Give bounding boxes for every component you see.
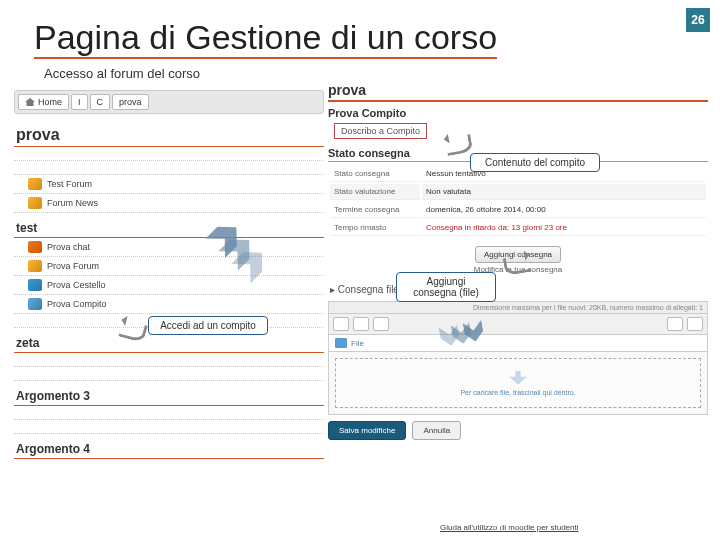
file-upload-area: Dimensione massima per i file nuovi: 20K… <box>328 301 708 415</box>
forum-icon <box>28 197 42 209</box>
footer-guide-link[interactable]: Giuda all'utilizzo di moodle per student… <box>440 523 579 532</box>
table-row: Stato valutazione Non valutata <box>330 184 706 200</box>
list-item[interactable]: Test Forum <box>14 175 324 194</box>
breadcrumb-item[interactable]: C <box>90 94 111 110</box>
list-item-label: Test Forum <box>47 179 92 189</box>
breadcrumb-home[interactable]: Home <box>18 94 69 110</box>
page-number-badge: 26 <box>686 8 710 32</box>
spacer-row <box>14 147 324 161</box>
breadcrumb-item[interactable]: I <box>71 94 88 110</box>
section-title-arg3: Argomento 3 <box>14 387 324 406</box>
callout-access-assignment: Accedi ad un compito <box>148 316 268 335</box>
chat-icon <box>28 241 42 253</box>
upload-path-bar[interactable]: File <box>329 335 707 352</box>
status-key: Tempo rimasto <box>330 220 420 236</box>
right-assignment-panel: prova Prova Compito Doscribo a Compito S… <box>328 80 708 520</box>
status-key: Stato valutazione <box>330 184 420 200</box>
upload-toolbar <box>329 314 707 335</box>
list-item-label: Prova Cestello <box>47 280 106 290</box>
download-icon[interactable] <box>373 317 389 331</box>
status-table: Stato consegna Nessun tentativo Stato va… <box>328 164 708 238</box>
basket-icon <box>28 279 42 291</box>
page-title: Pagina di Gestione di un corso <box>34 18 497 59</box>
cancel-button[interactable]: Annulla <box>412 421 461 440</box>
assignment-title: Prova Compito <box>328 105 708 121</box>
list-item-label: Forum News <box>47 198 98 208</box>
create-folder-icon[interactable] <box>353 317 369 331</box>
breadcrumb-item[interactable]: prova <box>112 94 149 110</box>
list-item-label: Prova chat <box>47 242 90 252</box>
save-button[interactable]: Salva modifiche <box>328 421 406 440</box>
view-list-icon[interactable] <box>687 317 703 331</box>
file-dropzone[interactable]: Per caricare file, trascinali qui dentro… <box>335 358 701 408</box>
folder-icon <box>335 338 347 348</box>
table-row: Termine consegna domenica, 26 ottobre 20… <box>330 202 706 218</box>
left-course-panel: Home I C prova prova Test Forum Forum Ne… <box>14 90 324 520</box>
view-grid-icon[interactable] <box>667 317 683 331</box>
breadcrumb: Home I C prova <box>14 90 324 114</box>
file-submission-text: Consegna file <box>338 284 399 295</box>
spacer-row <box>14 406 324 420</box>
upload-path-label: File <box>351 339 364 348</box>
home-icon <box>25 98 35 106</box>
course-title: prova <box>14 122 324 147</box>
callout-add-submission: Aggiungi consegna (file) <box>396 272 496 302</box>
dropzone-text: Per caricare file, trascinali qui dentro… <box>460 389 575 396</box>
section-title-test: test <box>14 219 324 238</box>
form-actions: Salva modifiche Annulla <box>328 421 708 440</box>
callout-content: Contenuto del compito <box>470 153 600 172</box>
spacer-row <box>14 420 324 434</box>
list-item[interactable]: Prova Cestello <box>14 276 324 295</box>
assignment-course-title: prova <box>328 80 708 102</box>
list-item-label: Prova Compito <box>47 299 107 309</box>
spacer-row <box>14 367 324 381</box>
list-item-label: Prova Forum <box>47 261 99 271</box>
assignment-icon <box>28 298 42 310</box>
status-key: Termine consegna <box>330 202 420 218</box>
forum-icon <box>28 260 42 272</box>
forum-icon <box>28 178 42 190</box>
status-value: domenica, 26 ottobre 2014, 00:00 <box>422 202 706 218</box>
section-title-zeta: zeta <box>14 334 324 353</box>
status-key: Stato consegna <box>330 166 420 182</box>
file-submission-label: ▸ Consegna file <box>330 284 708 295</box>
breadcrumb-home-label: Home <box>38 97 62 107</box>
assignment-content-link[interactable]: Doscribo a Compito <box>334 123 427 139</box>
list-item[interactable]: Prova Forum <box>14 257 324 276</box>
upload-size-hint: Dimensione massima per i file nuovi: 20K… <box>329 302 707 314</box>
download-arrow-icon <box>509 371 527 385</box>
spacer-row <box>14 353 324 367</box>
table-row: Tempo rimasto Consegna in ritardo da: 13… <box>330 220 706 236</box>
list-item[interactable]: Prova chat <box>14 238 324 257</box>
section-title-arg4: Argomento 4 <box>14 440 324 459</box>
add-file-icon[interactable] <box>333 317 349 331</box>
status-value-late: Consegna in ritardo da: 13 giorni 23 ore <box>422 220 706 236</box>
page-subtitle: Accesso al forum del corso <box>44 66 200 81</box>
list-item[interactable]: Prova Compito <box>14 295 324 314</box>
spacer-row <box>14 161 324 175</box>
list-item[interactable]: Forum News <box>14 194 324 213</box>
status-value: Non valutata <box>422 184 706 200</box>
